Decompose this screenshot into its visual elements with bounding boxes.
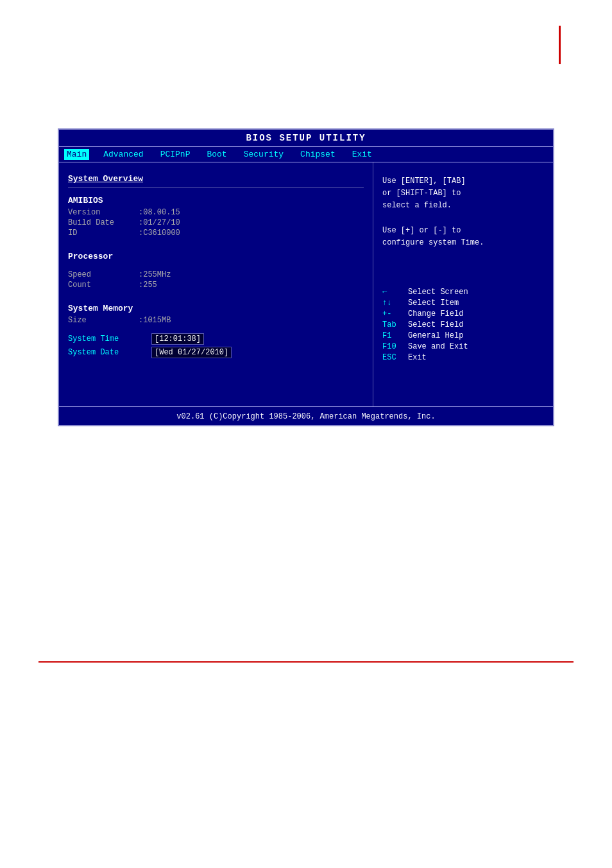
processor-title: Processor (68, 252, 364, 261)
help-line-1: Use [ENTER], [TAB] (382, 175, 544, 187)
keybind-key-esc: ESC (382, 353, 408, 362)
keybind-desc-exit: Exit (408, 353, 427, 362)
section-divider-1 (68, 187, 364, 188)
amibios-version-value: :08.00.15 (139, 208, 180, 217)
memory-size-label: Size (68, 316, 139, 325)
keybind-desc-general-help: General Help (408, 331, 463, 340)
system-date-row: System Date [Wed 01/27/2010] (68, 347, 364, 358)
keybind-select-field: Tab Select Field (382, 320, 544, 329)
memory-size-value: :1015MB (139, 316, 171, 325)
help-line-2: or [SHIFT-TAB] to (382, 187, 544, 200)
bios-footer-text: v02.61 (C)Copyright 1985-2006, American … (176, 412, 435, 421)
keybind-desc-change-field: Change Field (408, 309, 463, 318)
menu-item-main[interactable]: Main (64, 149, 89, 160)
keybind-section: ← Select Screen ↑↓ Select Item +- Change… (382, 288, 544, 362)
help-line-5: Use [+] or [-] to (382, 225, 544, 237)
processor-count-row: Count :255 (68, 281, 364, 290)
bios-window: BIOS SETUP UTILITY Main Advanced PCIPnP … (58, 128, 554, 426)
amibios-version-label: Version (68, 208, 139, 217)
keybind-general-help: F1 General Help (382, 331, 544, 340)
keybind-select-screen: ← Select Screen (382, 288, 544, 297)
bottom-red-line (38, 661, 574, 663)
menu-item-exit[interactable]: Exit (350, 149, 375, 160)
amibios-builddate-row: Build Date :01/27/10 (68, 218, 364, 227)
bios-title-bar: BIOS SETUP UTILITY (59, 130, 553, 147)
menu-item-boot[interactable]: Boot (204, 149, 229, 160)
keybind-key-f10: F10 (382, 342, 408, 351)
keybind-exit: ESC Exit (382, 353, 544, 362)
processor-speed-value: :255MHz (139, 270, 171, 279)
top-red-line (559, 26, 561, 64)
system-time-label: System Time (68, 334, 151, 343)
help-text-block: Use [ENTER], [TAB] or [SHIFT-TAB] to sel… (382, 175, 544, 249)
processor-count-value: :255 (139, 281, 157, 290)
keybind-key-updown: ↑↓ (382, 299, 408, 308)
system-time-value[interactable]: [12:01:38] (151, 333, 204, 345)
bios-footer: v02.61 (C)Copyright 1985-2006, American … (59, 406, 553, 425)
menu-item-chipset[interactable]: Chipset (298, 149, 338, 160)
keybind-key-arrow: ← (382, 288, 408, 297)
memory-title: System Memory (68, 304, 364, 313)
keybind-desc-select-field: Select Field (408, 320, 463, 329)
bios-right-panel: Use [ENTER], [TAB] or [SHIFT-TAB] to sel… (373, 162, 553, 406)
keybind-desc-select-screen: Select Screen (408, 288, 468, 297)
bios-menubar: Main Advanced PCIPnP Boot Security Chips… (59, 147, 553, 162)
amibios-builddate-label: Build Date (68, 218, 139, 227)
amibios-id-row: ID :C3610000 (68, 229, 364, 238)
menu-item-advanced[interactable]: Advanced (101, 149, 146, 160)
keybind-key-plusminus: +- (382, 309, 408, 318)
keybind-desc-save-exit: Save and Exit (408, 342, 468, 351)
keybind-desc-select-item: Select Item (408, 299, 459, 308)
processor-count-label: Count (68, 281, 139, 290)
memory-size-row: Size :1015MB (68, 316, 364, 325)
processor-speed-label: Speed (68, 270, 139, 279)
system-date-label: System Date (68, 348, 151, 357)
help-line-3: select a field. (382, 200, 544, 212)
bios-content: System Overview AMIBIOS Version :08.00.1… (59, 162, 553, 406)
amibios-id-value: :C3610000 (139, 229, 180, 238)
keybind-select-item: ↑↓ Select Item (382, 299, 544, 308)
bios-title: BIOS SETUP UTILITY (246, 133, 366, 143)
amibios-version-row: Version :08.00.15 (68, 208, 364, 217)
menu-item-pcipnp[interactable]: PCIPnP (158, 149, 193, 160)
menu-item-security[interactable]: Security (241, 149, 286, 160)
keybind-save-exit: F10 Save and Exit (382, 342, 544, 351)
keybind-key-tab: Tab (382, 320, 408, 329)
amibios-id-label: ID (68, 229, 139, 238)
help-line-6: configure system Time. (382, 237, 544, 249)
page-container: BIOS SETUP UTILITY Main Advanced PCIPnP … (0, 0, 612, 868)
amibios-title: AMIBIOS (68, 196, 364, 205)
bios-left-panel: System Overview AMIBIOS Version :08.00.1… (59, 162, 373, 406)
help-line-spacer (382, 213, 544, 225)
system-time-row: System Time [12:01:38] (68, 333, 364, 345)
keybind-key-f1: F1 (382, 331, 408, 340)
amibios-builddate-value: :01/27/10 (139, 218, 180, 227)
system-date-value[interactable]: [Wed 01/27/2010] (151, 347, 232, 358)
keybind-change-field: +- Change Field (382, 309, 544, 318)
processor-speed-row: Speed :255MHz (68, 270, 364, 279)
system-overview-title: System Overview (68, 174, 364, 184)
